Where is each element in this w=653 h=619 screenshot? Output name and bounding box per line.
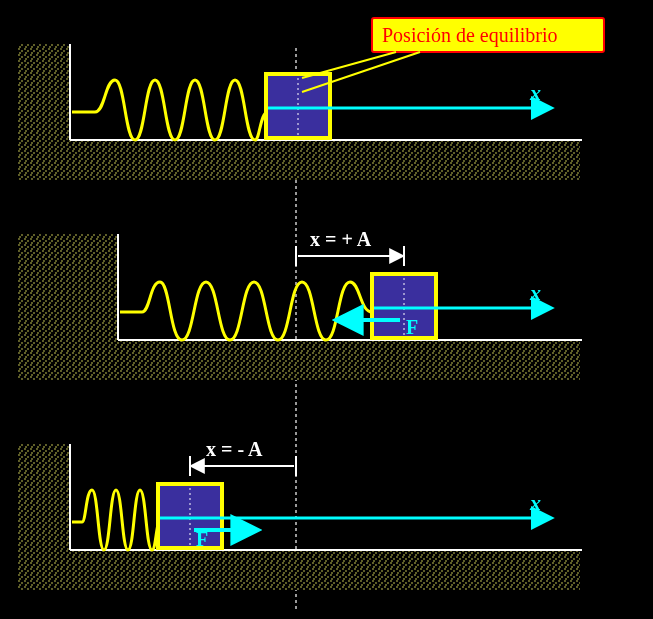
disp-label-neg: x = - A (206, 438, 263, 460)
force-label-2: F (406, 316, 418, 338)
equilibrium-callout: Posición de equilibrio (302, 18, 604, 92)
force-label-3: F (196, 528, 208, 550)
diagram-root: x Posición de equilibrio x = + A F x (0, 0, 653, 619)
equilibrium-callout-text: Posición de equilibrio (382, 24, 558, 47)
x-label-3: x (529, 490, 541, 515)
spring-2 (120, 282, 372, 340)
x-label-2: x (529, 280, 541, 305)
panel-equilibrium: x (18, 44, 582, 180)
spring-1 (72, 80, 268, 140)
x-label-1: x (529, 80, 541, 105)
panel-negative-a: x = - A F x (18, 438, 582, 590)
spring-3 (72, 490, 160, 550)
panel-positive-a: x = + A F x (18, 228, 582, 380)
disp-label-pos: x = + A (310, 228, 372, 250)
